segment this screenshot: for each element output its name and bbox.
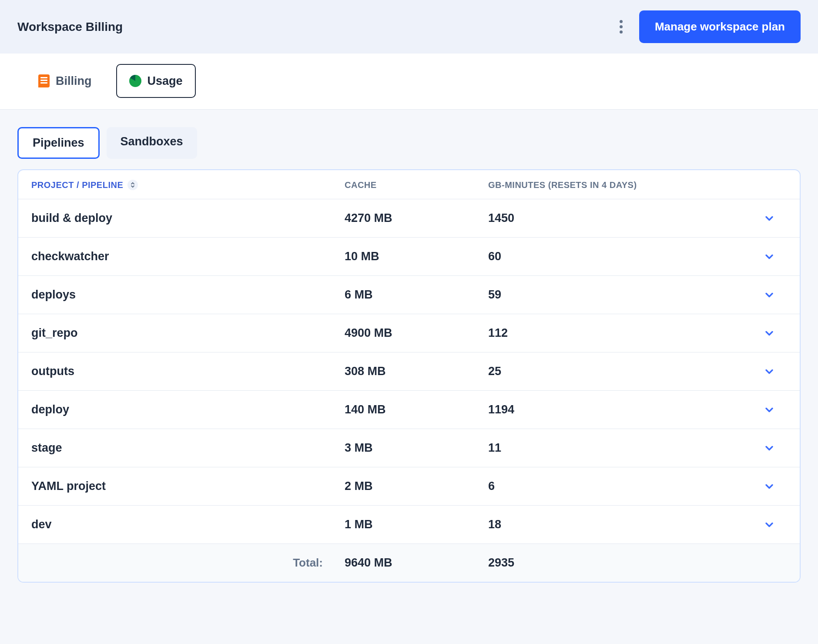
row-cache: 1 MB xyxy=(345,518,488,531)
table-row[interactable]: checkwatcher10 MB60 xyxy=(18,238,800,276)
table-row[interactable]: outputs308 MB25 xyxy=(18,352,800,391)
row-gbminutes: 6 xyxy=(488,480,752,493)
row-name: YAML project xyxy=(31,480,345,493)
table-row[interactable]: git_repo4900 MB112 xyxy=(18,314,800,352)
row-name: checkwatcher xyxy=(31,250,345,263)
chevron-down-icon[interactable] xyxy=(752,366,787,378)
total-gbminutes: 2935 xyxy=(488,556,752,570)
row-cache: 2 MB xyxy=(345,480,488,493)
row-name: build & deploy xyxy=(31,211,345,225)
chevron-down-icon[interactable] xyxy=(752,289,787,301)
subtab-pipelines[interactable]: Pipelines xyxy=(17,127,100,159)
page-header: Workspace Billing Manage workspace plan xyxy=(0,0,818,54)
row-cache: 308 MB xyxy=(345,365,488,378)
row-gbminutes: 1450 xyxy=(488,211,752,225)
chevron-down-icon[interactable] xyxy=(752,404,787,416)
tab-billing[interactable]: Billing xyxy=(26,64,104,98)
row-name: dev xyxy=(31,518,345,531)
tab-usage-label: Usage xyxy=(148,74,183,88)
row-cache: 4270 MB xyxy=(345,211,488,225)
usage-icon xyxy=(129,75,141,87)
subtabs: Pipelines Sandboxes xyxy=(17,127,801,159)
more-menu-icon[interactable] xyxy=(615,16,627,38)
section-tabs: Billing Usage xyxy=(0,54,818,110)
row-name: stage xyxy=(31,441,345,455)
row-gbminutes: 59 xyxy=(488,288,752,302)
row-name: git_repo xyxy=(31,326,345,340)
column-gbminutes: GB-minutes (resets in 4 days) xyxy=(488,180,752,190)
table-row[interactable]: stage3 MB11 xyxy=(18,429,800,467)
row-cache: 10 MB xyxy=(345,250,488,263)
row-gbminutes: 60 xyxy=(488,250,752,263)
table-row[interactable]: dev1 MB18 xyxy=(18,506,800,544)
chevron-down-icon[interactable] xyxy=(752,519,787,531)
manage-workspace-plan-button[interactable]: Manage workspace plan xyxy=(639,10,801,43)
column-project-label: Project / Pipeline xyxy=(31,180,123,190)
chevron-down-icon[interactable] xyxy=(752,442,787,454)
row-cache: 140 MB xyxy=(345,403,488,416)
column-cache: Cache xyxy=(345,180,488,190)
row-gbminutes: 18 xyxy=(488,518,752,531)
total-label: Total: xyxy=(31,556,345,570)
row-cache: 6 MB xyxy=(345,288,488,302)
header-actions: Manage workspace plan xyxy=(615,10,801,43)
row-gbminutes: 1194 xyxy=(488,403,752,416)
table-row[interactable]: build & deploy4270 MB1450 xyxy=(18,199,800,238)
tab-billing-label: Billing xyxy=(56,74,92,88)
table-header: Project / Pipeline Cache GB-minutes (res… xyxy=(18,170,800,199)
chevron-down-icon[interactable] xyxy=(752,251,787,263)
table-footer: Total: 9640 MB 2935 xyxy=(18,544,800,582)
row-name: outputs xyxy=(31,365,345,378)
billing-icon xyxy=(38,74,50,87)
tab-usage[interactable]: Usage xyxy=(116,64,196,98)
table-row[interactable]: deploys6 MB59 xyxy=(18,276,800,314)
usage-table: Project / Pipeline Cache GB-minutes (res… xyxy=(17,169,801,583)
sort-icon[interactable] xyxy=(127,180,138,190)
subtab-sandboxes[interactable]: Sandboxes xyxy=(107,127,197,159)
page-title: Workspace Billing xyxy=(17,20,123,34)
row-gbminutes: 112 xyxy=(488,326,752,340)
chevron-down-icon[interactable] xyxy=(752,212,787,225)
table-row[interactable]: YAML project2 MB6 xyxy=(18,467,800,506)
row-gbminutes: 11 xyxy=(488,441,752,455)
row-name: deploy xyxy=(31,403,345,416)
table-row[interactable]: deploy140 MB1194 xyxy=(18,391,800,429)
row-name: deploys xyxy=(31,288,345,302)
row-cache: 4900 MB xyxy=(345,326,488,340)
chevron-down-icon[interactable] xyxy=(752,327,787,339)
content-area: Pipelines Sandboxes Project / Pipeline C… xyxy=(0,110,818,609)
chevron-down-icon[interactable] xyxy=(752,480,787,493)
column-project[interactable]: Project / Pipeline xyxy=(31,180,345,190)
row-cache: 3 MB xyxy=(345,441,488,455)
total-cache: 9640 MB xyxy=(345,556,488,570)
row-gbminutes: 25 xyxy=(488,365,752,378)
